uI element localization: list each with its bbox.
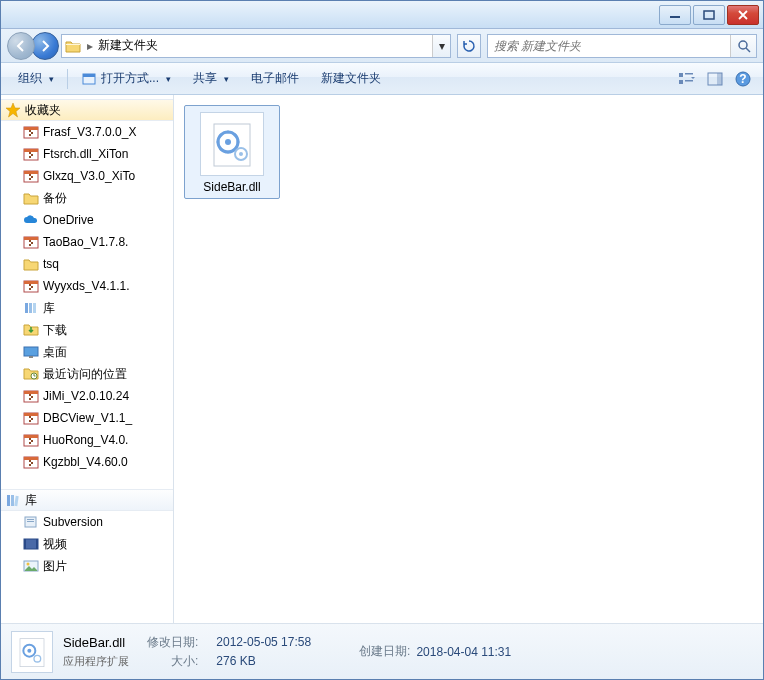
sidebar-item-label: Ftsrch.dll_XiTon [43,147,128,161]
navigation-pane[interactable]: 收藏夹 Frasf_V3.7.0.0_XFtsrch.dll_XiTonGlxz… [1,95,174,623]
open-with-label: 打开方式... [101,70,159,87]
sidebar-item[interactable]: Frasf_V3.7.0.0_X [1,121,173,143]
svg-point-80 [227,151,230,154]
open-with-menu[interactable]: 打开方式... [70,65,182,92]
svg-rect-39 [25,303,28,313]
forward-button[interactable] [31,32,59,60]
archive-icon [23,146,39,162]
refresh-button[interactable] [457,34,481,58]
details-grid: SideBar.dll 修改日期: 2012-05-05 17:58 应用程序扩… [63,634,329,670]
explorer-window: ▸ 新建文件夹 ▾ 组织 打开方式... 共享 电子邮件 新建文件夹 [0,0,764,680]
libraries-label: 库 [25,492,37,509]
search-box[interactable] [487,34,757,58]
svg-rect-35 [24,281,38,284]
sidebar-item[interactable]: tsq [1,253,173,275]
svg-rect-20 [24,149,38,152]
library-icon [23,300,39,316]
svg-point-79 [237,141,240,144]
search-icon[interactable] [730,35,756,57]
svg-rect-25 [24,171,38,174]
svg-rect-7 [685,73,693,75]
help-button[interactable]: ? [731,67,755,91]
details-modified-value: 2012-05-05 17:58 [216,635,311,649]
sidebar-item[interactable]: Glxzq_V3.0_XiTo [1,165,173,187]
svg-point-75 [27,563,30,566]
svg-rect-58 [31,440,33,442]
folder-icon [62,39,84,53]
sidebar-item[interactable]: HuoRong_V4.0. [1,429,173,451]
svg-rect-62 [29,460,31,462]
organize-menu[interactable]: 组织 [7,65,65,92]
preview-pane-button[interactable] [703,67,727,91]
sidebar-item[interactable]: Subversion [1,511,173,533]
star-icon [5,102,21,118]
sidebar-item[interactable]: JiMi_V2.0.10.24 [1,385,173,407]
address-bar[interactable]: ▸ 新建文件夹 ▾ [61,34,451,58]
svg-rect-56 [24,435,38,438]
sidebar-item[interactable]: Ftsrch.dll_XiTon [1,143,173,165]
archive-icon [23,168,39,184]
file-list-pane[interactable]: SideBar.dll [174,95,763,623]
sidebar-item[interactable]: 视频 [1,533,173,555]
view-options-button[interactable] [675,67,699,91]
sidebar-item-label: HuoRong_V4.0. [43,433,128,447]
favorites-header[interactable]: 收藏夹 [1,99,173,121]
archive-icon [23,410,39,426]
sidebar-item[interactable]: OneDrive [1,209,173,231]
svg-rect-23 [29,156,31,158]
archive-icon [23,234,39,250]
svg-rect-52 [29,416,31,418]
sidebar-item[interactable]: 库 [1,297,173,319]
breadcrumb-folder[interactable]: 新建文件夹 [96,37,432,54]
maximize-button[interactable] [693,5,725,25]
svg-rect-22 [31,154,33,156]
sidebar-item[interactable]: 备份 [1,187,173,209]
file-item-selected[interactable]: SideBar.dll [184,105,280,199]
sidebar-item[interactable]: 最近访问的位置 [1,363,173,385]
svg-point-88 [239,152,243,156]
download-icon [23,322,39,338]
nav-buttons [7,32,55,60]
sidebar-item[interactable]: Wyyxds_V4.1.1. [1,275,173,297]
email-button[interactable]: 电子邮件 [240,65,310,92]
svg-rect-54 [29,420,31,422]
svg-rect-9 [685,80,693,82]
svg-rect-46 [24,391,38,394]
sidebar-item[interactable]: TaoBao_V1.7.8. [1,231,173,253]
app-icon [81,71,97,87]
address-history-drop[interactable]: ▾ [432,35,450,57]
svg-point-3 [739,41,747,49]
archive-icon [23,124,39,140]
sidebar-item-label: JiMi_V2.0.10.24 [43,389,129,403]
organize-label: 组织 [18,70,42,87]
svg-rect-47 [29,394,31,396]
sidebar-item[interactable]: 桌面 [1,341,173,363]
file-thumbnail [200,112,264,176]
sidebar-item[interactable]: 图片 [1,555,173,577]
svg-rect-1 [704,11,714,19]
svg-rect-72 [24,539,26,549]
favorites-label: 收藏夹 [25,102,61,119]
sidebar-item[interactable]: 下载 [1,319,173,341]
svg-rect-31 [29,240,31,242]
svg-rect-5 [83,74,95,77]
new-folder-button[interactable]: 新建文件夹 [310,65,392,92]
svg-rect-32 [31,242,33,244]
sidebar-item-label: Glxzq_V3.0_XiTo [43,169,135,183]
svg-rect-33 [29,244,31,246]
back-button[interactable] [7,32,35,60]
body: 收藏夹 Frasf_V3.7.0.0_XFtsrch.dll_XiTonGlxz… [1,95,763,623]
minimize-button[interactable] [659,5,691,25]
sidebar-item[interactable]: DBCView_V1.1_ [1,407,173,429]
details-size-label: 大小: [147,653,198,670]
search-input[interactable] [488,39,730,53]
close-button[interactable] [727,5,759,25]
share-menu[interactable]: 共享 [182,65,240,92]
library-video-icon [23,536,39,552]
sidebar-item[interactable]: Kgzbbl_V4.60.0 [1,451,173,473]
libraries-header[interactable]: 库 [1,489,173,511]
svg-rect-48 [31,396,33,398]
svg-rect-57 [29,438,31,440]
breadcrumb-sep[interactable]: ▸ [84,39,96,53]
svg-rect-16 [29,130,31,132]
